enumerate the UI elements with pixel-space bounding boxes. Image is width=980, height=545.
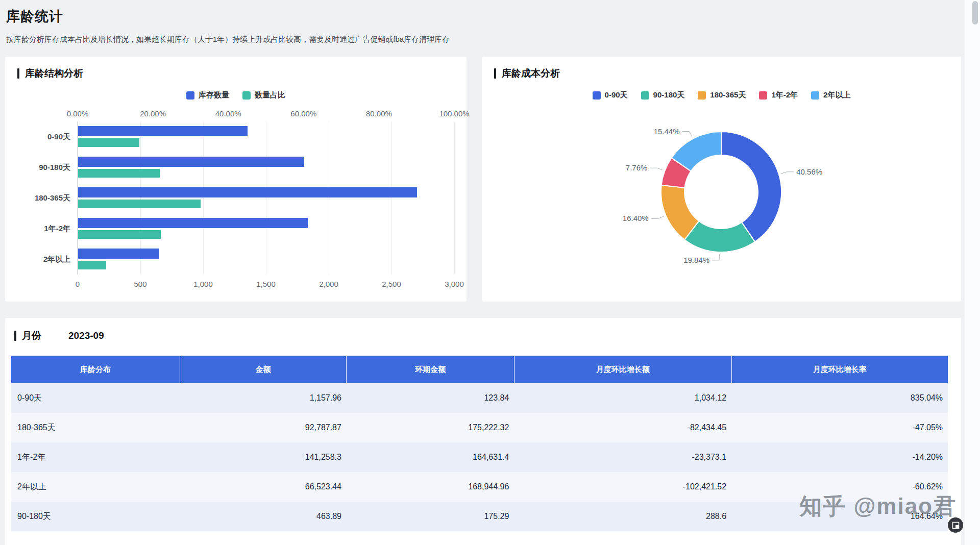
table-row: 2年以上66,523.44168,944.96-102,421.52-60.62… — [11, 472, 948, 502]
donut-percentage-label: 7.76% — [626, 163, 648, 172]
category-label-1年-2年: 1年-2年 — [13, 224, 70, 233]
category-label-180-365天: 180-365天 — [13, 193, 70, 203]
value-cell: 835.04% — [731, 383, 948, 413]
gridline — [391, 121, 392, 275]
legend-item-库存数量[interactable]: 库存数量 — [186, 90, 229, 100]
value-cell: 92,787.87 — [180, 413, 347, 442]
gridline — [266, 121, 266, 275]
scrollbar-thumb[interactable] — [972, 1, 978, 24]
top-axis-tick-label: 0.00% — [67, 109, 89, 118]
legend-swatch — [242, 91, 251, 100]
value-cell: 175,222.32 — [347, 413, 514, 442]
value-cell: -102,421.52 — [514, 472, 731, 502]
donut-label-leader-line — [651, 216, 664, 219]
screenshot-button[interactable] — [948, 517, 963, 533]
bar-库存数量-0-90天[interactable] — [78, 126, 248, 136]
cost-panel-title-text: 库龄成本分析 — [502, 67, 560, 80]
charts-row: 库龄结构分析 库存数量数量占比 0.00%20.00%40.00%60.00%8… — [5, 57, 961, 302]
category-label-90-180天: 90-180天 — [13, 163, 70, 172]
table-header-row: 库龄分布金额环期金额月度环比增长额月度环比增长率 — [11, 356, 948, 383]
bottom-axis-tick-label: 1,500 — [256, 280, 276, 288]
value-cell: 141,258.3 — [180, 442, 347, 472]
top-axis-tick-label: 60.00% — [290, 109, 316, 118]
legend-item-1年-2年[interactable]: 1年-2年 — [759, 90, 798, 100]
table-header-cell: 金额 — [180, 356, 347, 383]
legend-swatch — [811, 91, 819, 100]
legend-item-0-90天[interactable]: 0-90天 — [593, 90, 628, 100]
bar-库存数量-180-365天[interactable] — [78, 187, 417, 197]
value-cell: -14.20% — [731, 442, 948, 472]
top-axis-tick-label: 20.00% — [140, 109, 166, 118]
title-accent-bar — [494, 68, 496, 79]
donut-label-leader-line — [781, 172, 794, 174]
bar-库存数量-90-180天[interactable] — [78, 157, 304, 167]
donut-label-leader-line — [650, 168, 663, 170]
structure-panel-title: 库龄结构分析 — [17, 67, 454, 80]
month-table-panel: 月份 2023-09 库龄分布金额环期金额月度环比增长额月度环比增长率 0-90… — [5, 318, 961, 545]
value-cell: 175.29 — [347, 502, 514, 531]
donut-chart-svg: 40.56%19.84%16.40%7.76%15.44% — [494, 104, 949, 288]
bar-chart-top-axis: 0.00%20.00%40.00%60.00%80.00%100.00% — [78, 106, 454, 121]
category-label-2年以上: 2年以上 — [13, 255, 70, 264]
value-cell: -23,373.1 — [514, 442, 731, 472]
page-title: 库龄统计 — [6, 7, 974, 26]
bottom-axis-tick-label: 2,000 — [319, 280, 338, 288]
legend-item-90-180天[interactable]: 90-180天 — [641, 90, 685, 100]
legend-swatch — [186, 91, 194, 100]
legend-item-2年以上[interactable]: 2年以上 — [811, 90, 850, 100]
legend-label: 2年以上 — [823, 90, 850, 100]
month-value: 2023-09 — [68, 330, 104, 341]
bar-数量占比-1年-2年[interactable] — [78, 230, 161, 239]
legend-swatch — [698, 91, 706, 100]
age-cost-table: 库龄分布金额环期金额月度环比增长额月度环比增长率 0-90天1,157.9612… — [11, 356, 948, 531]
donut-chart-legend: 0-90天90-180天180-365天1年-2年2年以上 — [494, 90, 949, 100]
age-range-cell: 2年以上 — [11, 472, 180, 502]
legend-label: 库存数量 — [199, 90, 229, 100]
bar-数量占比-180-365天[interactable] — [78, 200, 201, 208]
bar-数量占比-0-90天[interactable] — [78, 138, 139, 147]
donut-percentage-label: 15.44% — [654, 127, 680, 136]
value-cell: 164.64% — [731, 502, 948, 531]
top-axis-tick-label: 100.00% — [439, 109, 469, 118]
bottom-axis-tick-label: 1,000 — [193, 280, 213, 288]
gridline — [203, 121, 204, 275]
donut-segment-0-90天[interactable] — [721, 132, 781, 242]
legend-item-数量占比[interactable]: 数量占比 — [242, 90, 285, 100]
page-header: 库龄统计 按库龄分析库存成本占比及增长情况，如果超长期库存（大于1年）持续上升或… — [0, 0, 980, 57]
value-cell: -82,434.45 — [514, 413, 731, 442]
legend-swatch — [759, 91, 767, 100]
table-row: 0-90天1,157.96123.841,034.12835.04% — [11, 383, 948, 413]
screenshot-icon — [952, 522, 960, 529]
bar-库存数量-1年-2年[interactable] — [78, 218, 308, 228]
table-body: 0-90天1,157.96123.841,034.12835.04%180-36… — [11, 383, 948, 531]
legend-swatch — [641, 91, 649, 100]
table-row: 180-365天92,787.87175,222.32-82,434.45-47… — [11, 413, 948, 442]
table-header-cell: 环期金额 — [347, 356, 514, 383]
bar-库存数量-2年以上[interactable] — [78, 249, 159, 259]
scrollbar-track[interactable] — [965, 0, 980, 545]
bar-chart-bottom-axis: 05001,0001,5002,0002,5003,000 — [78, 275, 454, 292]
structure-panel-title-text: 库龄结构分析 — [25, 67, 83, 80]
donut-label-leader-line — [682, 132, 693, 137]
value-cell: 1,157.96 — [180, 383, 347, 413]
bottom-axis-tick-label: 500 — [134, 280, 146, 288]
value-cell: 288.6 — [514, 502, 731, 531]
value-cell: 463.89 — [180, 502, 347, 531]
value-cell: -60.62% — [731, 472, 948, 502]
value-cell: 1,034.12 — [514, 383, 731, 413]
donut-percentage-label: 19.84% — [683, 256, 709, 264]
bar-数量占比-2年以上[interactable] — [78, 261, 106, 269]
category-label-0-90天: 0-90天 — [13, 132, 70, 141]
table-header-cell: 库龄分布 — [11, 356, 180, 383]
bar-chart: 0.00%20.00%40.00%60.00%80.00%100.00% 0-9… — [17, 106, 454, 292]
bar-数量占比-90-180天[interactable] — [78, 169, 160, 178]
month-label: 月份 — [22, 329, 41, 342]
table-header-row: 库龄分布金额环期金额月度环比增长额月度环比增长率 — [11, 356, 948, 383]
cost-panel-title: 库龄成本分析 — [494, 67, 949, 80]
legend-label: 90-180天 — [653, 90, 685, 100]
value-cell: 164,631.4 — [347, 442, 514, 472]
legend-item-180-365天[interactable]: 180-365天 — [698, 90, 746, 100]
age-structure-panel: 库龄结构分析 库存数量数量占比 0.00%20.00%40.00%60.00%8… — [5, 57, 467, 302]
age-range-cell: 90-180天 — [11, 502, 180, 531]
bar-chart-plot-area: 0-90天90-180天180-365天1年-2年2年以上 — [78, 121, 454, 275]
